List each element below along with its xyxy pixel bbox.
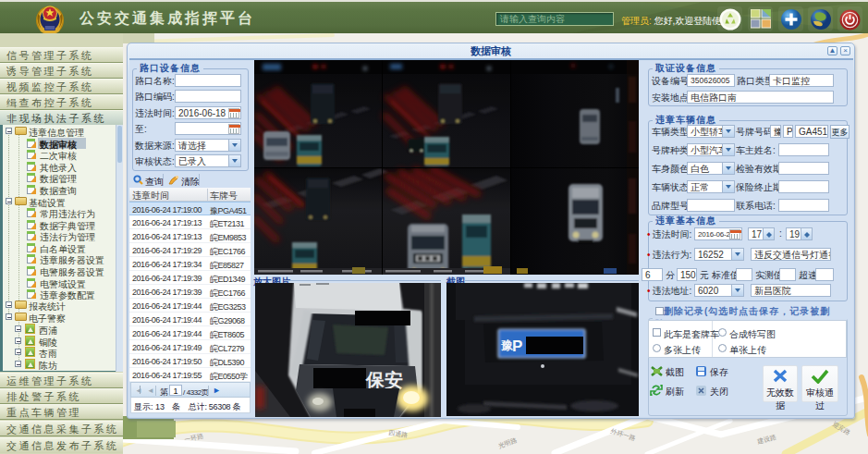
- svg-text:P: P: [512, 337, 522, 355]
- svg-text:保安: 保安: [365, 370, 403, 390]
